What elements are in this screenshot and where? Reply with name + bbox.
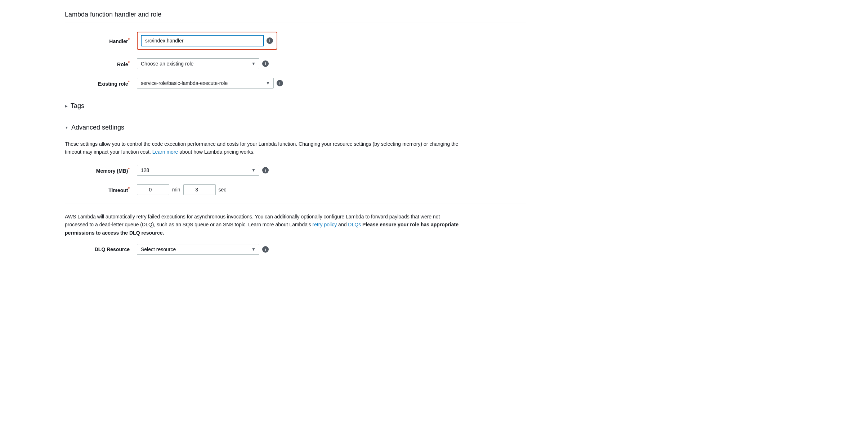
sec-label: sec bbox=[219, 187, 227, 193]
role-control-wrapper: Choose an existing role Create new role … bbox=[137, 58, 269, 69]
tags-header[interactable]: ▶ Tags bbox=[65, 97, 526, 115]
dlq-info-icon[interactable]: i bbox=[262, 246, 269, 253]
existing-role-label: Existing role* bbox=[65, 80, 137, 87]
memory-label: Memory (MB)* bbox=[65, 167, 137, 174]
dlq-select-wrapper: Select resource SNS SQS ▼ bbox=[137, 244, 259, 255]
dlq-resource-control-wrapper: Select resource SNS SQS ▼ i bbox=[137, 244, 269, 255]
advanced-description: These settings allow you to control the … bbox=[65, 140, 461, 156]
handler-input[interactable] bbox=[141, 35, 264, 46]
timeout-min-input[interactable] bbox=[137, 184, 169, 195]
memory-select[interactable]: 128 192 256 512 1024 1536 bbox=[137, 165, 259, 176]
timeout-control-wrapper: min sec bbox=[137, 184, 226, 195]
timeout-inputs: min sec bbox=[137, 184, 226, 195]
advanced-title: Advanced settings bbox=[71, 124, 124, 131]
dlq-resource-select[interactable]: Select resource SNS SQS bbox=[137, 244, 259, 255]
handler-info-icon[interactable]: i bbox=[267, 37, 273, 44]
dlq-link[interactable]: DLQs bbox=[348, 222, 361, 227]
dlq-resource-label: DLQ Resource bbox=[65, 246, 137, 252]
content-area: Lambda function handler and role Handler… bbox=[0, 0, 540, 274]
existing-role-info-icon[interactable]: i bbox=[277, 80, 283, 86]
timeout-label: Timeout* bbox=[65, 186, 137, 193]
section-title: Lambda function handler and role bbox=[65, 11, 526, 23]
handler-row: Handler* i bbox=[65, 32, 526, 50]
timeout-sec-input[interactable] bbox=[183, 184, 216, 195]
role-select-wrapper: Choose an existing role Create new role … bbox=[137, 58, 259, 69]
existing-role-control-wrapper: service-role/basic-lambda-execute-role ▼… bbox=[137, 78, 283, 89]
tags-section: ▶ Tags bbox=[65, 97, 526, 115]
existing-role-select[interactable]: service-role/basic-lambda-execute-role bbox=[137, 78, 274, 89]
retry-policy-link[interactable]: retry policy bbox=[313, 222, 337, 227]
tags-label: Tags bbox=[71, 102, 84, 110]
role-select[interactable]: Choose an existing role Create new role … bbox=[137, 58, 259, 69]
memory-info-icon[interactable]: i bbox=[262, 167, 269, 173]
divider bbox=[65, 204, 526, 204]
memory-row: Memory (MB)* 128 192 256 512 1024 1536 ▼ bbox=[65, 165, 526, 176]
dlq-resource-row: DLQ Resource Select resource SNS SQS ▼ i bbox=[65, 244, 526, 255]
advanced-arrow-icon: ▼ bbox=[65, 126, 68, 130]
advanced-header[interactable]: ▼ Advanced settings bbox=[65, 124, 526, 135]
handler-highlight-box: i bbox=[137, 32, 277, 50]
min-label: min bbox=[172, 187, 180, 193]
memory-control-wrapper: 128 192 256 512 1024 1536 ▼ i bbox=[137, 165, 269, 176]
existing-role-row: Existing role* service-role/basic-lambda… bbox=[65, 78, 526, 89]
role-row: Role* Choose an existing role Create new… bbox=[65, 58, 526, 69]
handler-label: Handler* bbox=[65, 37, 137, 44]
advanced-section: ▼ Advanced settings These settings allow… bbox=[65, 124, 526, 255]
timeout-row: Timeout* min sec bbox=[65, 184, 526, 195]
role-label: Role* bbox=[65, 60, 137, 67]
existing-role-select-wrapper: service-role/basic-lambda-execute-role ▼ bbox=[137, 78, 274, 89]
page-wrapper: Lambda function handler and role Handler… bbox=[0, 0, 868, 439]
learn-more-link[interactable]: Learn more bbox=[152, 149, 178, 155]
dlq-description: AWS Lambda will automatically retry fail… bbox=[65, 213, 461, 237]
tags-arrow-icon: ▶ bbox=[65, 104, 68, 108]
role-info-icon[interactable]: i bbox=[262, 60, 269, 67]
memory-select-wrapper: 128 192 256 512 1024 1536 ▼ bbox=[137, 165, 259, 176]
